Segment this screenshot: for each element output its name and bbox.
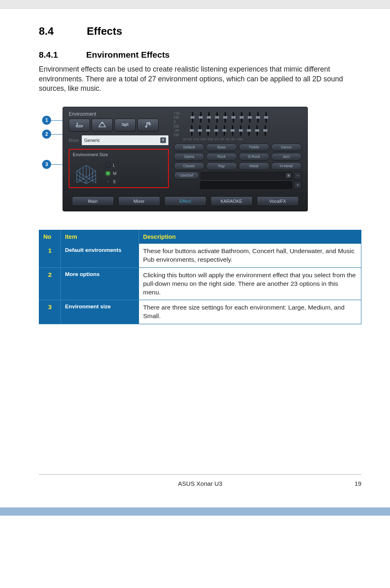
underwater-icon bbox=[121, 121, 130, 129]
size-radio-group: L M S bbox=[105, 163, 117, 184]
eq-slider[interactable] bbox=[213, 125, 219, 137]
eq-slider[interactable] bbox=[222, 125, 227, 137]
bottom-tab-row: Main Mixer Effect KARAOKE VocalFX bbox=[69, 196, 302, 206]
eq-slider[interactable] bbox=[247, 112, 253, 123]
more-label: More bbox=[69, 138, 79, 143]
env-underwater-button[interactable] bbox=[114, 119, 136, 132]
cube-scale-letter: M bbox=[85, 180, 87, 184]
callout-3: 3 bbox=[42, 160, 51, 169]
userdef-dropdown[interactable]: ▼ bbox=[201, 172, 292, 180]
row-item: Environment size bbox=[61, 300, 139, 324]
window-bottom-bar bbox=[0, 507, 390, 516]
preset-userdef-button[interactable]: UserDef bbox=[174, 172, 199, 180]
eq-slider[interactable] bbox=[254, 125, 260, 137]
bathroom-icon bbox=[75, 121, 84, 129]
row-no: 3 bbox=[39, 300, 61, 324]
preset-classic-button[interactable]: Classic bbox=[174, 162, 204, 170]
row-desc: There are three size settings for each e… bbox=[139, 300, 361, 324]
preset-default-button[interactable]: Default bbox=[174, 144, 204, 151]
eq-slider[interactable] bbox=[190, 112, 195, 123]
preset-srock-button[interactable]: S-Rock bbox=[239, 153, 269, 161]
environment-panel-title: Environment bbox=[69, 111, 169, 117]
eq-slider[interactable] bbox=[263, 112, 269, 123]
callout-column: 1 2 3 bbox=[39, 107, 63, 209]
preset-jazz-button[interactable]: Jazz bbox=[271, 153, 302, 161]
eq-slider[interactable] bbox=[231, 112, 236, 123]
room-size-icon: M bbox=[73, 159, 98, 184]
subsection-title: Environment Effects bbox=[86, 50, 170, 59]
eq-slider[interactable] bbox=[222, 112, 228, 123]
tab-karaoke[interactable]: KARAOKE bbox=[211, 196, 253, 206]
eq-slider[interactable] bbox=[198, 112, 204, 123]
radio-off-icon bbox=[105, 163, 110, 168]
eq-sliders-bottom bbox=[181, 125, 268, 137]
concert-hall-icon bbox=[98, 121, 107, 129]
window-top-bar bbox=[0, 0, 390, 9]
eq-slider[interactable] bbox=[262, 125, 268, 137]
section-number: 8.4 bbox=[39, 25, 84, 38]
env-concert-hall-button[interactable] bbox=[92, 119, 113, 132]
music-pub-icon bbox=[143, 121, 152, 129]
page-footer: ASUS Xonar U3 19 bbox=[39, 480, 361, 487]
userdef-minus-button[interactable]: − bbox=[294, 172, 302, 180]
callout-line bbox=[51, 164, 63, 165]
radio-on-icon bbox=[105, 171, 110, 176]
row-no: 1 bbox=[39, 243, 61, 267]
size-medium-radio[interactable]: M bbox=[105, 171, 117, 176]
environment-size-box: Environment Size bbox=[69, 149, 169, 188]
eq-slider[interactable] bbox=[205, 125, 211, 137]
userdef-row-2: + bbox=[174, 181, 302, 189]
eq-slider[interactable] bbox=[255, 112, 261, 123]
preset-rock-button[interactable]: Rock bbox=[206, 153, 237, 161]
eq-slider[interactable] bbox=[230, 125, 235, 137]
userdef-plus-button[interactable]: + bbox=[294, 181, 302, 189]
preset-treble-button[interactable]: Treble bbox=[239, 144, 269, 151]
preset-metal-button[interactable]: Metal bbox=[239, 162, 269, 170]
size-large-radio[interactable]: L bbox=[105, 163, 117, 168]
userdef-input[interactable] bbox=[200, 181, 292, 189]
section-heading: 8.4 Effects bbox=[39, 25, 361, 38]
eq-slider[interactable] bbox=[239, 112, 244, 123]
table-row: 3 Environment size There are three size … bbox=[39, 300, 361, 324]
preset-dance-button[interactable]: Dance bbox=[271, 144, 302, 151]
svg-point-1 bbox=[146, 126, 147, 128]
plus-icon: + bbox=[296, 182, 299, 187]
env-bathroom-button[interactable] bbox=[69, 119, 90, 132]
callout-line bbox=[51, 120, 63, 121]
col-item-header: Item bbox=[61, 230, 139, 243]
env-music-pub-button[interactable] bbox=[137, 119, 159, 132]
eq-sliders-top bbox=[182, 112, 269, 123]
eq-slider[interactable] bbox=[246, 125, 252, 137]
description-table: No Item Description 1 Default environmen… bbox=[39, 230, 361, 324]
tab-mixer[interactable]: Mixer bbox=[118, 196, 160, 206]
row-no: 2 bbox=[39, 267, 61, 300]
preset-opera-button[interactable]: Opera bbox=[174, 153, 204, 161]
eq-slider[interactable] bbox=[238, 125, 244, 137]
subsection-heading: 8.4.1 Environment Effects bbox=[39, 50, 361, 60]
svg-rect-0 bbox=[76, 126, 83, 127]
eq-slider[interactable] bbox=[189, 125, 195, 137]
callout-line bbox=[51, 134, 63, 135]
eq-slider[interactable] bbox=[197, 125, 203, 137]
size-small-radio[interactable]: S bbox=[105, 179, 117, 184]
page-number: 19 bbox=[354, 480, 361, 487]
environment-dropdown[interactable]: Generic ▼ bbox=[81, 135, 169, 146]
userdef-row: UserDef ▼ − bbox=[174, 172, 302, 180]
subsection-number: 8.4.1 bbox=[39, 50, 84, 60]
preset-rap-button[interactable]: Rap bbox=[206, 162, 237, 170]
eq-slider[interactable] bbox=[214, 112, 220, 123]
eq-scale-labels: DB -20 DB bbox=[174, 124, 179, 137]
body-paragraph: Environment effects can be used to creat… bbox=[39, 65, 361, 94]
tab-vocalfx[interactable]: VocalFX bbox=[257, 196, 299, 206]
tab-main[interactable]: Main bbox=[72, 196, 114, 206]
table-row: 1 Default environments These four button… bbox=[39, 243, 361, 267]
screenshot-figure: 1 2 3 Environment bbox=[39, 107, 361, 211]
preset-hmetal-button[interactable]: H-Metal bbox=[271, 162, 302, 170]
page-body: 8.4 Effects 8.4.1 Environment Effects En… bbox=[0, 9, 390, 495]
eq-slider[interactable] bbox=[206, 112, 212, 123]
chevron-down-icon: ▼ bbox=[286, 173, 291, 178]
preset-bass-button[interactable]: Bass bbox=[206, 144, 237, 151]
footer-product: ASUS Xonar U3 bbox=[178, 480, 222, 487]
radio-off-icon bbox=[105, 179, 110, 184]
tab-effect[interactable]: Effect bbox=[164, 196, 206, 206]
